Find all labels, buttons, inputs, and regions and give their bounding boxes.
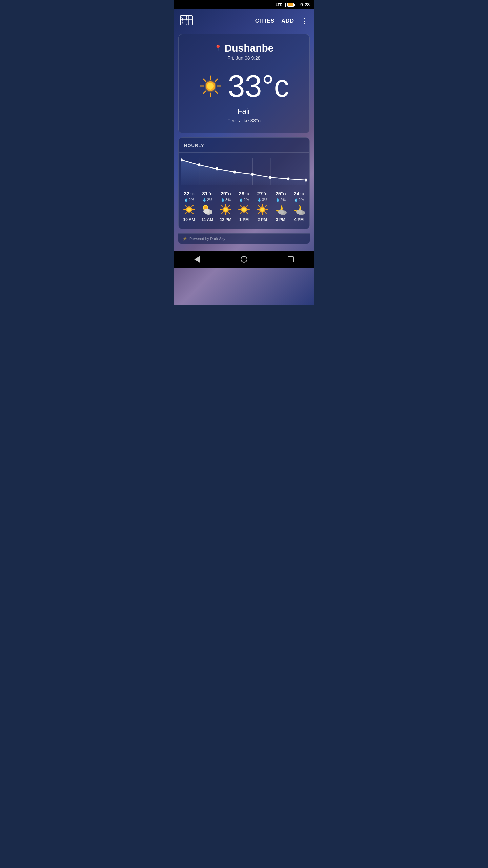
app-logo[interactable] — [180, 14, 193, 28]
hour-time-1pm: 1 PM — [239, 217, 249, 222]
svg-line-58 — [240, 212, 241, 214]
home-button[interactable] — [241, 256, 247, 263]
weather-condition: Fair — [185, 107, 303, 116]
sun-weather-icon — [199, 74, 222, 98]
hourly-list: 32°c 💧2% 10 AM 31°c — [179, 186, 309, 222]
hour-temp-2pm: 27°c — [257, 191, 267, 196]
svg-point-71 — [278, 210, 284, 214]
nav-actions: CITIES ADD ⋮ — [255, 17, 308, 25]
recents-button[interactable] — [288, 256, 294, 262]
hour-item-2pm: 27°c 💧3% 2 PM — [253, 191, 271, 222]
hour-temp-4pm: 24°c — [293, 191, 304, 196]
hour-precip-3pm: 💧2% — [276, 198, 286, 202]
darksky-logo-icon: ⚡ — [182, 236, 187, 241]
status-icons: LTE ▐ — [271, 0, 298, 9]
more-options-button[interactable]: ⋮ — [301, 17, 308, 25]
powered-by-text: Powered by Dark Sky — [189, 237, 225, 241]
hour-item-11am: 31°c 💧2% 11 AM — [199, 191, 216, 222]
weather-datetime: Fri. Jun 08 9:28 — [185, 55, 303, 61]
powered-by-bar: ⚡ Powered by Dark Sky — [178, 233, 310, 244]
hour-item-3pm: 25°c 💧2% 🌙 3 PM — [272, 191, 289, 222]
recents-square-icon — [288, 256, 294, 262]
hour-temp-11am: 31°c — [202, 191, 212, 196]
location-pin-icon: 📍 — [214, 44, 222, 52]
hour-item-10am: 32°c 💧2% 10 AM — [180, 191, 198, 222]
lte-icon: LTE — [276, 3, 282, 7]
svg-line-46 — [228, 212, 230, 214]
main-weather-card: 📍 Dushanbe Fri. Jun 08 9:28 — [178, 34, 310, 133]
status-time: 9:28 — [300, 2, 310, 7]
svg-line-7 — [203, 79, 206, 81]
hour-precip-2pm: 💧3% — [257, 198, 267, 202]
temperature-row: 33°c — [185, 71, 303, 101]
svg-line-68 — [258, 212, 260, 214]
home-circle-icon — [241, 256, 247, 263]
hour-item-4pm: 24°c 💧2% 🌙 4 PM — [290, 191, 308, 222]
hour-icon-4pm: 🌙 — [292, 203, 305, 216]
hour-precip-12pm: 💧3% — [221, 198, 231, 202]
svg-line-67 — [265, 205, 266, 207]
hour-precip-11am: 💧2% — [202, 198, 212, 202]
svg-point-60 — [260, 208, 264, 212]
back-triangle-icon — [194, 256, 200, 263]
back-button[interactable] — [194, 256, 200, 263]
hour-temp-12pm: 29°c — [220, 191, 231, 196]
nav-bar — [174, 251, 314, 268]
hourly-chart — [179, 153, 309, 186]
add-button[interactable]: ADD — [281, 18, 294, 24]
hour-time-4pm: 4 PM — [294, 217, 304, 222]
svg-line-48 — [222, 212, 223, 214]
svg-point-50 — [242, 208, 246, 212]
svg-line-8 — [215, 91, 218, 93]
svg-point-2 — [207, 83, 214, 90]
hour-time-12pm: 12 PM — [220, 217, 232, 222]
app-header: CITIES ADD ⋮ — [174, 9, 314, 33]
hour-temp-1pm: 28°c — [239, 191, 249, 196]
svg-line-10 — [203, 91, 206, 93]
hour-time-10am: 10 AM — [183, 217, 195, 222]
svg-line-33 — [192, 205, 193, 207]
svg-line-31 — [185, 205, 186, 207]
hour-icon-10am — [183, 203, 196, 216]
hour-icon-3pm: 🌙 — [274, 203, 287, 216]
cities-button[interactable]: CITIES — [255, 18, 275, 24]
svg-line-9 — [215, 79, 218, 81]
status-bar: LTE ▐ 9:28 — [174, 0, 314, 9]
battery-icon — [287, 3, 294, 7]
hour-icon-1pm — [238, 203, 250, 216]
svg-line-45 — [222, 205, 223, 207]
hour-temp-10am: 32°c — [184, 191, 194, 196]
temperature-value: 33°c — [228, 71, 289, 101]
svg-line-34 — [185, 212, 186, 214]
hour-icon-11am — [201, 203, 214, 216]
feels-like: Feels like 33°c — [185, 118, 303, 123]
svg-point-38 — [203, 209, 209, 214]
hour-icon-12pm — [219, 203, 232, 216]
temperature-chart — [181, 158, 307, 185]
hour-item-12pm: 29°c 💧3% 12 PM — [217, 191, 235, 222]
svg-line-57 — [247, 205, 248, 207]
hour-precip-4pm: 💧2% — [294, 198, 304, 202]
hour-time-11am: 11 AM — [202, 217, 214, 222]
hour-time-3pm: 3 PM — [276, 217, 285, 222]
svg-line-65 — [258, 205, 260, 207]
svg-line-55 — [240, 205, 241, 207]
svg-point-40 — [224, 208, 228, 212]
hour-time-2pm: 2 PM — [258, 217, 267, 222]
svg-point-74 — [296, 210, 302, 214]
hourly-card: HOURLY — [178, 137, 310, 229]
svg-line-56 — [247, 212, 248, 214]
hourly-title: HOURLY — [179, 143, 309, 153]
hour-precip-10am: 💧2% — [184, 198, 194, 202]
svg-line-47 — [228, 205, 230, 207]
signal-bars-icon: ▐ — [284, 3, 286, 7]
hour-precip-1pm: 💧2% — [239, 198, 249, 202]
hour-item-1pm: 28°c 💧2% 1 PM — [235, 191, 253, 222]
hour-icon-2pm — [256, 203, 269, 216]
hour-temp-3pm: 25°c — [275, 191, 286, 196]
city-name: 📍 Dushanbe — [185, 42, 303, 54]
svg-line-66 — [265, 212, 266, 214]
svg-point-26 — [187, 208, 191, 212]
svg-line-32 — [192, 212, 193, 214]
